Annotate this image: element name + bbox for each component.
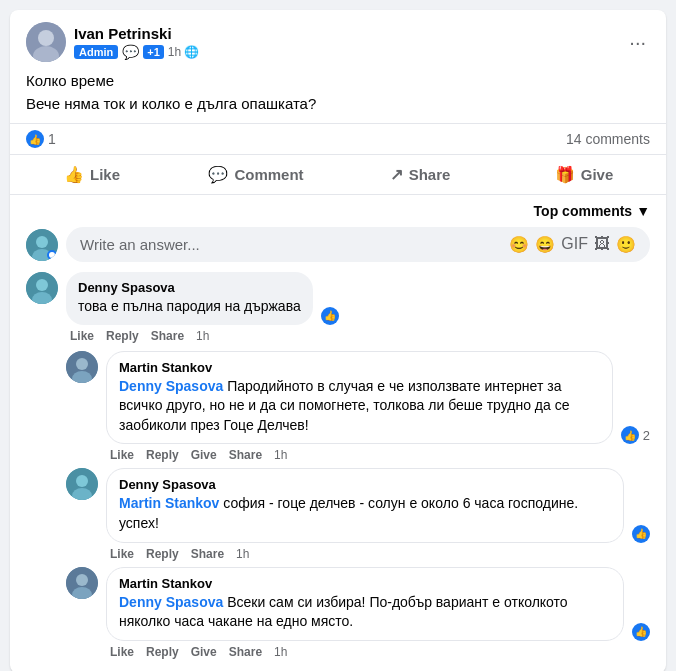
post-card: Ivan Petrinski Admin 💬 +1 1h 🌐 ··· Колко… xyxy=(10,10,666,671)
like-reaction-icon: 👍 xyxy=(26,130,44,148)
martin-text-3: Denny Spasova Всеки сам си избира! По-до… xyxy=(119,593,611,632)
svg-point-9 xyxy=(36,279,48,291)
current-user-avatar xyxy=(26,229,58,261)
share-label: Share xyxy=(409,166,451,183)
martin-mention-1: Denny Spasova xyxy=(119,378,223,394)
martin-bubble-3: Martin Stankov Denny Spasova Всеки сам с… xyxy=(106,567,624,641)
martin-mention-3: Denny Spasova xyxy=(119,594,223,610)
top-comments-row: Top comments ▼ xyxy=(26,203,650,219)
martin-count-1: 2 xyxy=(643,428,650,443)
comment-button[interactable]: 💬 Comment xyxy=(176,157,336,192)
martin-reply-1[interactable]: Reply xyxy=(146,448,179,462)
denny-actions-2: Like Reply Share 1h xyxy=(106,547,650,561)
denny-like-icon: 👍 xyxy=(321,307,339,325)
martin-time-1: 1h xyxy=(274,448,287,462)
globe-icon: 🌐 xyxy=(184,45,199,59)
svg-point-12 xyxy=(76,358,88,370)
denny-reply-2[interactable]: Reply xyxy=(146,547,179,561)
denny-author-2: Denny Spasova xyxy=(119,477,611,492)
denny-share-2[interactable]: Share xyxy=(191,547,224,561)
denny-like-2[interactable]: Like xyxy=(110,547,134,561)
martin-like-1[interactable]: Like xyxy=(110,448,134,462)
denny-bubble-2: Denny Spasova Martin Stankov софия - гоц… xyxy=(106,468,624,542)
emoji-toolbar: 😊 😄 GIF 🖼 🙂 xyxy=(509,235,636,254)
comments-count[interactable]: 14 comments xyxy=(566,131,650,147)
denny-comment-bubble: Denny Spasova това е пълна пародия на дъ… xyxy=(66,272,313,325)
denny-mention-2: Martin Stankov xyxy=(119,495,219,511)
svg-point-1 xyxy=(38,30,54,46)
image-icon[interactable]: 🖼 xyxy=(594,235,610,254)
denny-bubble-row: Denny Spasova това е пълна пародия на дъ… xyxy=(66,272,650,325)
martin-give-1[interactable]: Give xyxy=(191,448,217,462)
martin-share-1[interactable]: Share xyxy=(229,448,262,462)
post-meta: Ivan Petrinski Admin 💬 +1 1h 🌐 xyxy=(74,25,199,60)
denny-author: Denny Spasova xyxy=(78,280,301,295)
reply-martin-3: Martin Stankov Denny Spasova Всеки сам с… xyxy=(66,567,650,659)
reply-thread: Martin Stankov Denny Spasova Пародийното… xyxy=(66,351,650,659)
comments-section: Top comments ▼ Write an answer... 😊 � xyxy=(10,195,666,671)
ivan-avatar-img xyxy=(26,22,66,62)
martin-actions-1: Like Reply Give Share 1h xyxy=(106,448,650,462)
comment-placeholder: Write an answer... xyxy=(80,236,200,253)
emoji-icon[interactable]: 😊 xyxy=(509,235,529,254)
like-icon: 👍 xyxy=(64,165,84,184)
martin-share-3[interactable]: Share xyxy=(229,645,262,659)
like-label: Like xyxy=(90,166,120,183)
martin-actions-3: Like Reply Give Share 1h xyxy=(106,645,650,659)
post-time: 1h 🌐 xyxy=(168,45,199,59)
more-options-button[interactable]: ··· xyxy=(625,27,650,58)
likes-count: 1 xyxy=(48,131,56,147)
admin-badge: Admin xyxy=(74,45,118,59)
comment-label: Comment xyxy=(234,166,303,183)
denny-time: 1h xyxy=(196,329,209,343)
give-label: Give xyxy=(581,166,614,183)
give-button[interactable]: 🎁 Give xyxy=(504,157,664,192)
martin-bubble-row-3: Martin Stankov Denny Spasova Всеки сам с… xyxy=(106,567,650,641)
martin-like-3[interactable]: Like xyxy=(110,645,134,659)
gif-icon[interactable]: GIF xyxy=(561,235,588,254)
avatar xyxy=(26,22,66,62)
martin-reply-3-wrapper: Martin Stankov Denny Spasova Всеки сам с… xyxy=(106,567,650,659)
martin-avatar-3 xyxy=(66,567,98,599)
martin-like-icon-1: 👍 xyxy=(621,426,639,444)
martin-bubble-row-1: Martin Stankov Denny Spasova Пародийното… xyxy=(106,351,650,445)
denny-like-action[interactable]: Like xyxy=(70,329,94,343)
share-icon: ↗ xyxy=(390,165,403,184)
denny-text: това е пълна пародия на държава xyxy=(78,297,301,317)
denny-time-2: 1h xyxy=(236,547,249,561)
messenger-icon: 💬 xyxy=(122,44,139,60)
denny-like-icon-2: 👍 xyxy=(632,525,650,543)
share-button[interactable]: ↗ Share xyxy=(340,157,500,192)
comment-input[interactable]: Write an answer... 😊 😄 GIF 🖼 🙂 xyxy=(66,227,650,262)
martin-time-3: 1h xyxy=(274,645,287,659)
top-comments-selector[interactable]: Top comments ▼ xyxy=(534,203,650,219)
poster-info: Admin 💬 +1 1h 🌐 xyxy=(74,44,199,60)
sticker-icon[interactable]: 😄 xyxy=(535,235,555,254)
reactions-bar: 👍 1 14 comments xyxy=(10,123,666,155)
post-line2: Вече няма ток и колко е дълга опашката? xyxy=(26,93,650,116)
reply-martin-1: Martin Stankov Denny Spasova Пародийното… xyxy=(66,351,650,463)
denny-share-action[interactable]: Share xyxy=(151,329,184,343)
denny-reply-action[interactable]: Reply xyxy=(106,329,139,343)
martin-give-3[interactable]: Give xyxy=(191,645,217,659)
denny-reply-2-wrapper: Denny Spasova Martin Stankov софия - гоц… xyxy=(106,468,650,560)
like-button[interactable]: 👍 Like xyxy=(12,157,172,192)
comment-icon: 💬 xyxy=(208,165,228,184)
martin-reply-1-wrapper: Martin Stankov Denny Spasova Пародийното… xyxy=(106,351,650,463)
martin-reply-3[interactable]: Reply xyxy=(146,645,179,659)
post-header: Ivan Petrinski Admin 💬 +1 1h 🌐 ··· xyxy=(10,10,666,70)
denny-text-2: Martin Stankov софия - гоце делчев - сол… xyxy=(119,494,611,533)
comment-input-row: Write an answer... 😊 😄 GIF 🖼 🙂 xyxy=(26,227,650,262)
post-content: Колко време Вече няма ток и колко е дълг… xyxy=(10,70,666,123)
svg-point-7 xyxy=(49,252,55,258)
svg-point-15 xyxy=(76,475,88,487)
action-bar: 👍 Like 💬 Comment ↗ Share 🎁 Give xyxy=(10,155,666,195)
martin-text-1: Denny Spasova Пародийното в случая е че … xyxy=(119,377,600,436)
give-icon: 🎁 xyxy=(555,165,575,184)
post-line1: Колко време xyxy=(26,70,650,93)
martin-avatar-1 xyxy=(66,351,98,383)
martin-bubble-1: Martin Stankov Denny Spasova Пародийното… xyxy=(106,351,613,445)
chevron-down-icon: ▼ xyxy=(636,203,650,219)
more-emoji-icon[interactable]: 🙂 xyxy=(616,235,636,254)
denny-comment-wrapper: Denny Spasova това е пълна пародия на дъ… xyxy=(66,272,650,343)
